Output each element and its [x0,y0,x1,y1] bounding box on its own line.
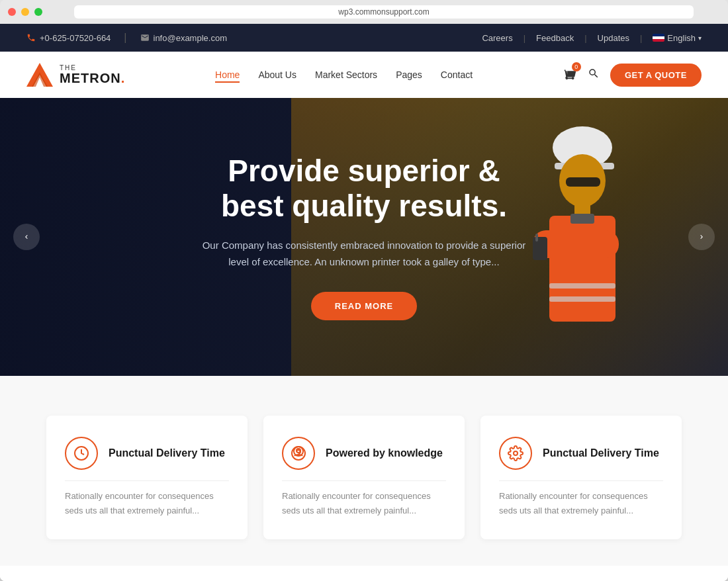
slider-prev-button[interactable] [13,224,40,250]
feature-icon-2 [499,437,532,470]
feature-card-2: Punctual Delivery Time Rationally encoun… [480,416,682,539]
feature-header-1: Powered by knowledge [282,437,446,470]
top-bar-left: +0-625-07520-664 | info@example.com [26,32,227,44]
email-address: info@example.com [154,33,227,43]
flag-icon [653,34,664,42]
feedback-link[interactable]: Feedback [536,33,574,43]
feature-title-1: Powered by knowledge [326,447,443,461]
nav-item-contact[interactable]: Contact [441,69,473,81]
features-grid: Punctual Delivery Time Rationally encoun… [46,416,682,539]
email-icon [140,33,150,42]
feature-title-0: Punctual Delivery Time [109,447,225,461]
hero-title: Provide superior & best quality results. [199,154,529,224]
top-bar-right: Careers | Feedback | Updates | English ▾ [482,33,702,43]
chevron-down-icon: ▾ [698,34,702,42]
feature-card-0: Punctual Delivery Time Rationally encoun… [46,416,248,539]
feature-icon-0 [65,437,98,470]
hero-content: Provide superior & best quality results.… [132,154,596,320]
feature-header-0: Punctual Delivery Time [65,437,229,470]
svg-point-18 [514,451,518,455]
feature-desc-0: Rationally encounter for consequences se… [65,489,229,518]
careers-link[interactable]: Careers [482,33,512,43]
nav-link-pages[interactable]: Pages [396,69,422,80]
nav-item-about[interactable]: About Us [258,69,296,81]
feature-divider-1 [282,480,446,481]
logo[interactable]: THE METRON. [26,63,125,87]
email-contact: info@example.com [140,33,227,43]
nav-links: Home About Us Market Sectors Pages Conta… [215,69,473,81]
feature-divider-0 [65,480,229,481]
nav-link-home[interactable]: Home [215,69,240,83]
top-bar: +0-625-07520-664 | info@example.com Care… [0,24,728,52]
feature-desc-1: Rationally encounter for consequences se… [282,489,446,518]
language-selector[interactable]: English ▾ [653,33,702,43]
hero-cta-button[interactable]: READ MORE [311,292,417,320]
feature-card-1: Powered by knowledge Rationally encounte… [263,416,465,539]
phone-icon [26,33,36,42]
browser-minimize-dot[interactable] [21,8,29,16]
hero-subtitle: Our Company has consistently embraced in… [199,237,529,271]
nav-link-contact[interactable]: Contact [441,69,473,80]
feature-header-2: Punctual Delivery Time [499,437,663,470]
slider-next-button[interactable] [688,224,715,250]
feature-divider-2 [499,480,663,481]
cart-icon[interactable]: 0 [563,66,577,83]
get-quote-button[interactable]: GET A QUOTE [610,64,702,87]
logo-icon [26,63,53,87]
logo-name-text: METRON. [60,71,125,85]
feature-icon-1 [282,437,315,470]
language-label: English [667,33,696,43]
hero-section: Provide superior & best quality results.… [0,98,728,376]
nav-actions: 0 GET A QUOTE [563,64,702,87]
feature-title-2: Punctual Delivery Time [543,447,659,461]
logo-text: THE METRON. [60,65,125,85]
updates-link[interactable]: Updates [598,33,629,43]
feature-desc-2: Rationally encounter for consequences se… [499,489,663,518]
nav-item-pages[interactable]: Pages [396,69,422,81]
phone-number: +0-625-07520-664 [40,33,111,43]
nav-link-about[interactable]: About Us [258,69,296,80]
cart-badge: 0 [572,62,581,71]
welcome-section: WELCOME TO METRON [0,566,728,581]
nav-link-market[interactable]: Market Sectors [315,69,377,80]
divider-1: | [124,32,126,44]
search-button[interactable] [588,67,600,82]
nav-item-home[interactable]: Home [215,69,240,81]
svg-point-17 [296,449,300,453]
nav-item-market[interactable]: Market Sectors [315,69,377,81]
features-section: Punctual Delivery Time Rationally encoun… [0,376,728,566]
logo-dot: . [121,71,126,85]
main-nav: THE METRON. Home About Us Market Sectors [0,52,728,98]
phone-contact: +0-625-07520-664 [26,33,111,43]
browser-maximize-dot[interactable] [34,8,42,16]
browser-close-dot[interactable] [8,8,16,16]
url-bar[interactable]: wp3.commonsupport.com [74,5,694,19]
